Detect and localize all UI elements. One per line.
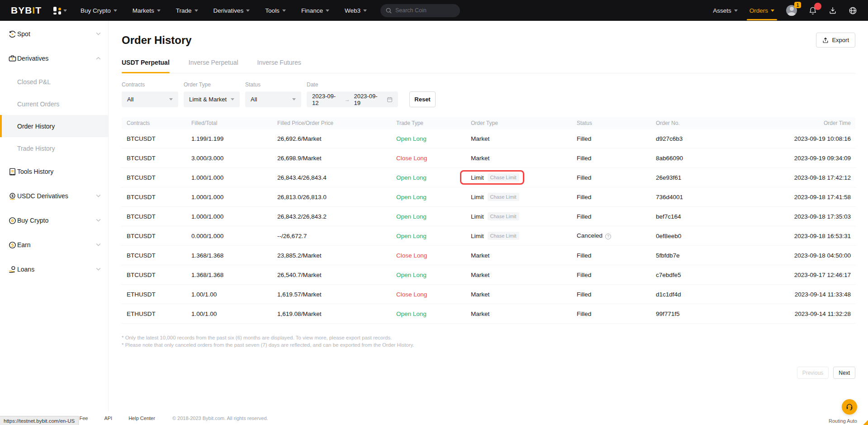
order-type-wrap: LimitChase Limit — [471, 193, 519, 201]
pagination: Previous Next — [122, 367, 855, 379]
order-type-wrap: Market — [471, 310, 489, 317]
nav-menu-label: Buy Crypto — [81, 7, 111, 14]
sidebar-item-loans[interactable]: Loans — [0, 257, 108, 282]
nav-menu-finance[interactable]: Finance — [301, 7, 329, 14]
sidebar-item-derivatives[interactable]: Derivatives — [0, 46, 108, 71]
reset-button[interactable]: Reset — [409, 91, 436, 107]
cell-filled-total: 1.00/1.00 — [191, 310, 277, 317]
nav-menu-trade[interactable]: Trade — [176, 7, 198, 14]
cell-filled-total: 1.000/1.000 — [191, 213, 277, 220]
bybit-logo[interactable]: BYBIT — [11, 5, 42, 16]
cell-trade-type: Open Long — [396, 310, 471, 317]
chevron-down-icon — [282, 10, 286, 12]
date-filter-label: Date — [307, 81, 398, 88]
filters-bar: Contracts All Order Type Limit & Market … — [122, 81, 855, 107]
cell-order-no: 26e93f61 — [656, 174, 746, 181]
cell-status: Filled — [577, 291, 656, 298]
cell-trade-type: Close Long — [396, 252, 471, 259]
sidebar-item-usdc-derivatives[interactable]: USDC Derivatives — [0, 184, 108, 208]
contracts-select[interactable]: All — [122, 91, 178, 107]
cell-order-no: bef7c164 — [656, 213, 746, 220]
status-label: Filled — [577, 174, 591, 181]
previous-page-button[interactable]: Previous — [797, 367, 829, 379]
order-type-wrap: Market — [471, 272, 489, 278]
tab-inverse-futures[interactable]: Inverse Futures — [257, 53, 301, 73]
coin-search[interactable] — [380, 4, 460, 17]
cell-filled-total: 1.000/1.000 — [191, 194, 277, 201]
footer-link-api[interactable]: API — [104, 415, 112, 421]
account-button[interactable]: 1 — [786, 5, 797, 16]
browser-status-url: https://testnet.bybit.com/en-US — [0, 416, 79, 425]
status-label: Filled — [577, 135, 591, 142]
nav-menu-label: Web3 — [345, 7, 360, 14]
nav-menu-derivatives[interactable]: Derivatives — [213, 7, 250, 14]
sidebar-item-label: Spot — [17, 30, 30, 38]
cell-contracts: BTCUSDT — [122, 135, 191, 142]
nav-menus: Buy CryptoMarketsTradeDerivativesToolsFi… — [81, 7, 367, 14]
sidebar-item-order-history[interactable]: Order History — [0, 115, 108, 137]
assets-menu[interactable]: Assets — [713, 7, 738, 14]
cell-contracts: ETHUSDT — [122, 310, 191, 317]
sidebar-item-label: Derivatives — [17, 55, 48, 62]
order-type-label: Limit — [471, 174, 484, 181]
apps-grid-button[interactable] — [53, 7, 67, 14]
cell-order-type: LimitChase Limit — [471, 212, 577, 220]
cell-order-type: LimitChase Limit — [471, 170, 577, 185]
chase-limit-tag: Chase Limit — [488, 232, 519, 240]
cell-order-no: c7ebdfe5 — [656, 272, 746, 278]
cell-order-time: 2023-09-18 16:53:31 — [746, 233, 855, 239]
cell-order-type: LimitChase Limit — [471, 193, 577, 201]
status-info-icon[interactable]: ? — [605, 234, 611, 239]
cell-order-time: 2023-09-19 10:08:16 — [746, 135, 855, 142]
cell-order-type: Market — [471, 135, 577, 142]
export-button[interactable]: Export — [816, 33, 855, 48]
sidebar-item-spot[interactable]: Spot — [0, 22, 108, 46]
language-button[interactable] — [849, 6, 857, 15]
sidebar-item-closed-p-l[interactable]: Closed P&L — [0, 71, 108, 93]
search-input[interactable] — [395, 7, 450, 14]
corner-accent — [863, 420, 868, 425]
orders-table: ContractsFilled/TotalFilled Price/Order … — [122, 117, 855, 324]
date-range-picker[interactable]: 2023-09-12 → 2023-09-19 — [307, 91, 398, 107]
notifications-badge — [814, 3, 821, 10]
chevron-down-icon — [114, 10, 117, 12]
nav-menu-tools[interactable]: Tools — [265, 7, 286, 14]
nav-menu-buy-crypto[interactable]: Buy Crypto — [81, 7, 117, 14]
tab-usdt-perpetual[interactable]: USDT Perpetual — [122, 53, 170, 73]
sidebar-item-trade-history[interactable]: Trade History — [0, 137, 108, 159]
order-type-label: Limit — [471, 213, 484, 220]
sidebar-item-tools-history[interactable]: Tools History — [0, 159, 108, 184]
download-icon — [829, 6, 837, 14]
nav-menu-label: Derivatives — [213, 7, 244, 14]
sidebar-item-earn[interactable]: Earn — [0, 233, 108, 257]
cell-filled-price: 26,843.2/26,843.2 — [277, 213, 396, 220]
cell-trade-type: Open Long — [396, 272, 471, 278]
notifications-button[interactable] — [809, 6, 817, 15]
chevron-down-icon — [246, 10, 250, 12]
chevron-up-icon — [96, 57, 101, 60]
support-chat-button[interactable] — [842, 399, 857, 415]
column-header-contracts: Contracts — [122, 120, 191, 126]
footer-link-help-center[interactable]: Help Center — [128, 415, 155, 421]
download-app-button[interactable] — [829, 6, 837, 14]
table-row: BTCUSDT0.000/1.000--/26,672.7Open LongLi… — [122, 226, 855, 246]
cell-order-time: 2023-09-19 09:34:09 — [746, 155, 855, 162]
nav-menu-markets[interactable]: Markets — [133, 7, 161, 14]
orders-menu[interactable]: Orders — [749, 7, 774, 14]
cell-order-type: Market — [471, 272, 577, 278]
order-type-wrap: LimitChase Limit — [471, 232, 519, 240]
tab-inverse-perpetual[interactable]: Inverse Perpetual — [189, 53, 238, 73]
cell-order-no: d1c1df4d — [656, 291, 746, 298]
sidebar-item-current-orders[interactable]: Current Orders — [0, 93, 108, 115]
sidebar-item-buy-crypto[interactable]: Buy Crypto — [0, 208, 108, 233]
arrow-right-icon: → — [344, 96, 350, 103]
order-type-select[interactable]: Limit & Market — [184, 91, 240, 107]
chevron-down-icon — [169, 98, 173, 100]
table-row: ETHUSDT1.00/1.001,619.08/MarketOpen Long… — [122, 304, 855, 324]
nav-menu-web3[interactable]: Web3 — [345, 7, 367, 14]
nav-menu-label: Finance — [301, 7, 323, 14]
next-page-button[interactable]: Next — [833, 367, 855, 379]
status-select[interactable]: All — [245, 91, 301, 107]
cell-filled-total: 1.368/1.368 — [191, 252, 277, 259]
status-label: Filled — [577, 155, 591, 162]
